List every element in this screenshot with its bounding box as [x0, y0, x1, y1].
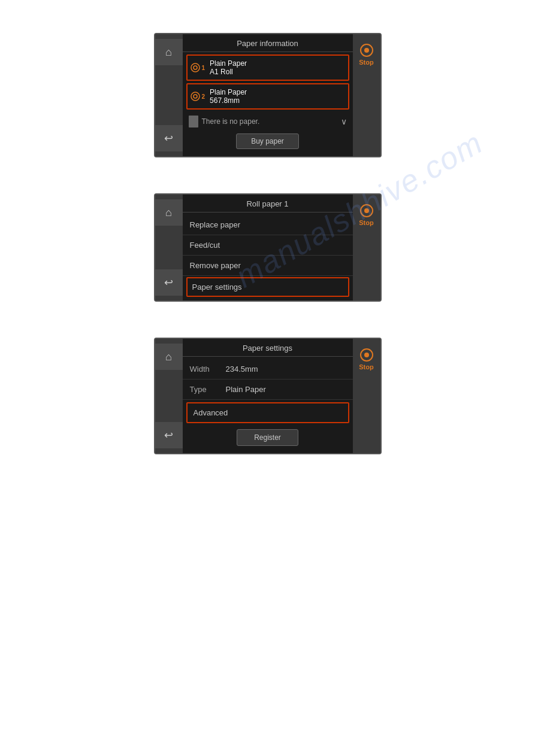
- stop-button-3[interactable]: Stop: [353, 344, 380, 373]
- settings-list: Width 234.5mm Type Plain Paper Advanced …: [183, 357, 353, 453]
- slot-1-size: A1 Roll: [210, 68, 247, 76]
- home-icon-2: ⌂: [165, 207, 172, 219]
- settings-row-type: Type Plain Paper: [183, 379, 353, 400]
- settings-row-width: Width 234.5mm: [183, 359, 353, 379]
- settings-label-width: Width: [190, 365, 226, 374]
- menu-paper-settings[interactable]: Paper settings: [186, 277, 349, 297]
- screen-paper-information: ⌂ ↩ Paper information 1: [154, 33, 382, 157]
- buy-paper-button[interactable]: Buy paper: [236, 133, 299, 149]
- screen-roll-paper: ⌂ ↩ Roll paper 1 Replace paper Feed/cut …: [154, 193, 382, 302]
- back-button-2[interactable]: ↩: [155, 269, 183, 296]
- slot-1-type: Plain Paper: [210, 59, 247, 68]
- menu-replace-paper[interactable]: Replace paper: [183, 215, 353, 235]
- paper-info-list: 1 Plain Paper A1 Roll 2: [183, 52, 353, 156]
- home-icon-3: ⌂: [165, 351, 172, 363]
- slot-2-num: 2: [202, 93, 205, 100]
- stop-area-3: Stop: [353, 339, 380, 453]
- sidebar-3: ⌂ ↩: [155, 339, 183, 453]
- stop-circle-icon-3: [360, 348, 373, 362]
- stop-button-2[interactable]: Stop: [353, 199, 380, 229]
- main-content-2: Roll paper 1 Replace paper Feed/cut Remo…: [183, 195, 353, 300]
- no-paper-text: There is no paper.: [202, 117, 337, 126]
- menu-remove-paper[interactable]: Remove paper: [183, 256, 353, 276]
- main-content-3: Paper settings Width 234.5mm Type Plain …: [183, 339, 353, 453]
- sidebar-2: ⌂ ↩: [155, 195, 183, 300]
- advanced-button[interactable]: Advanced: [186, 402, 349, 423]
- paper-sheet-icon: [189, 116, 198, 127]
- screen-title-1: Paper information: [183, 34, 353, 52]
- slot-2-type: Plain Paper: [210, 88, 247, 96]
- slot-2-details: Plain Paper 567.8mm: [210, 88, 247, 105]
- menu-feed-cut[interactable]: Feed/cut: [183, 235, 353, 256]
- svg-point-1: [194, 66, 197, 69]
- sidebar-1: ⌂ ↩: [155, 34, 183, 156]
- stop-button-1[interactable]: Stop: [353, 39, 380, 68]
- paper-slot-1[interactable]: 1 Plain Paper A1 Roll: [186, 54, 349, 81]
- stop-circle-icon-2: [360, 204, 373, 217]
- home-icon-1: ⌂: [165, 46, 172, 59]
- slot-1-details: Plain Paper A1 Roll: [210, 59, 247, 76]
- settings-label-type: Type: [190, 385, 226, 394]
- stop-area-1: Stop: [353, 34, 380, 156]
- stop-label-2: Stop: [359, 219, 373, 226]
- svg-point-3: [194, 95, 197, 98]
- stop-label-1: Stop: [359, 59, 373, 66]
- slot-1-icon: 1: [190, 62, 205, 73]
- slot-1-num: 1: [202, 65, 205, 71]
- home-button-1[interactable]: ⌂: [155, 39, 183, 65]
- screen-title-3: Paper settings: [183, 339, 353, 357]
- paper-slot-2[interactable]: 2 Plain Paper 567.8mm: [186, 83, 349, 110]
- back-button-3[interactable]: ↩: [155, 422, 183, 448]
- slot-2-size: 567.8mm: [210, 96, 247, 105]
- slot-2-icon: 2: [190, 91, 205, 102]
- back-icon-1: ↩: [164, 132, 173, 145]
- back-icon-3: ↩: [164, 429, 173, 442]
- settings-value-type: Plain Paper: [226, 385, 266, 394]
- screen-paper-settings: ⌂ ↩ Paper settings Width 234.5mm Type Pl…: [154, 338, 382, 454]
- stop-label-3: Stop: [359, 363, 373, 371]
- stop-circle-icon-1: [360, 44, 373, 57]
- home-button-2[interactable]: ⌂: [155, 199, 183, 226]
- panel-wrapper: ⌂ ↩ Paper information 1: [0, 0, 535, 478]
- back-icon-2: ↩: [164, 276, 173, 289]
- menu-list: Replace paper Feed/cut Remove paper Pape…: [183, 212, 353, 300]
- back-button-1[interactable]: ↩: [155, 125, 183, 151]
- no-paper-row: There is no paper. ∨: [186, 112, 349, 131]
- svg-point-0: [191, 63, 200, 72]
- screen-title-2: Roll paper 1: [183, 195, 353, 212]
- main-content-1: Paper information 1 Plain Paper A1 Roll: [183, 34, 353, 156]
- register-button[interactable]: Register: [237, 429, 298, 446]
- stop-area-2: Stop: [353, 195, 380, 300]
- svg-point-2: [191, 92, 200, 101]
- home-button-3[interactable]: ⌂: [155, 344, 183, 370]
- dropdown-arrow-icon[interactable]: ∨: [341, 117, 347, 126]
- settings-value-width: 234.5mm: [226, 365, 258, 374]
